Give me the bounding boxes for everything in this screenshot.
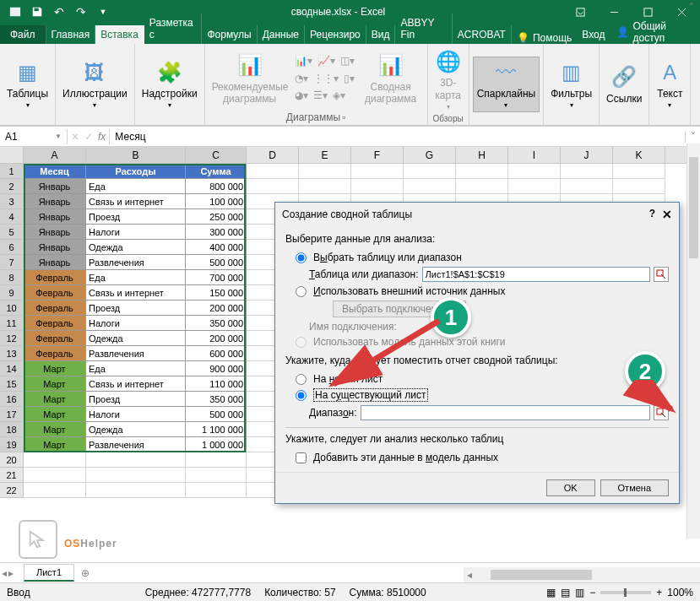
- cell[interactable]: [404, 164, 456, 179]
- cell[interactable]: Март: [24, 361, 86, 376]
- cell[interactable]: Развлечения: [86, 255, 186, 270]
- col-header-A[interactable]: A: [24, 147, 86, 163]
- cell[interactable]: Январь: [24, 255, 86, 270]
- cell[interactable]: Связь и интернет: [86, 194, 186, 209]
- col-header-G[interactable]: G: [404, 147, 456, 163]
- cell[interactable]: 250 000: [186, 209, 247, 225]
- cell[interactable]: Январь: [24, 179, 86, 194]
- row-header[interactable]: 11: [0, 316, 24, 331]
- zoom-out-icon[interactable]: −: [589, 587, 595, 598]
- cell[interactable]: Февраль: [24, 316, 86, 331]
- signin[interactable]: Вход: [577, 25, 610, 44]
- scatter-icon[interactable]: ⋮⋮▾: [312, 71, 340, 86]
- cell[interactable]: [24, 452, 86, 468]
- cell[interactable]: Февраль: [24, 300, 86, 316]
- cell[interactable]: Развлечения: [86, 437, 186, 452]
- cell[interactable]: [613, 164, 665, 179]
- cell[interactable]: [86, 452, 186, 468]
- row-header[interactable]: 16: [0, 392, 24, 407]
- cell[interactable]: Март: [24, 376, 86, 392]
- cell[interactable]: Март: [24, 407, 86, 422]
- cell[interactable]: 800 000: [186, 179, 247, 194]
- addins-button[interactable]: 🧩Надстройки▾: [138, 57, 201, 111]
- cell[interactable]: Проезд: [86, 392, 186, 407]
- row-header[interactable]: 8: [0, 270, 24, 285]
- cell[interactable]: [508, 179, 561, 194]
- row-header[interactable]: 1: [0, 164, 24, 179]
- help-icon[interactable]: ?: [649, 208, 655, 221]
- range-picker-icon[interactable]: [654, 405, 669, 420]
- add-sheet-icon[interactable]: ⊕: [74, 567, 96, 579]
- cell[interactable]: [247, 164, 299, 179]
- tab-insert[interactable]: Вставка: [95, 25, 144, 44]
- location-input[interactable]: [361, 405, 650, 420]
- cell[interactable]: 700 000: [186, 270, 247, 285]
- cell[interactable]: Еда: [86, 270, 186, 285]
- horizontal-scrollbar[interactable]: ◂: [464, 567, 700, 582]
- cell[interactable]: Январь: [24, 240, 86, 255]
- cell[interactable]: 600 000: [186, 346, 247, 361]
- tab-abbyy[interactable]: ABBYY Fin: [395, 14, 452, 44]
- tab-formulas[interactable]: Формулы: [202, 25, 257, 44]
- enter-formula-icon[interactable]: ✓: [84, 131, 93, 143]
- cell[interactable]: 400 000: [186, 240, 247, 255]
- cell[interactable]: 300 000: [186, 225, 247, 240]
- cancel-formula-icon[interactable]: ✕: [71, 131, 79, 143]
- cell[interactable]: Январь: [24, 209, 86, 225]
- cell[interactable]: Январь: [24, 225, 86, 240]
- prev-sheet-icon[interactable]: ◂: [2, 567, 7, 579]
- cell[interactable]: [351, 164, 404, 179]
- cell[interactable]: 900 000: [186, 361, 247, 376]
- row-header[interactable]: 21: [0, 468, 24, 483]
- dialog-launcher-icon[interactable]: ▫: [342, 111, 345, 123]
- cell[interactable]: [404, 179, 456, 194]
- scroll-thumb[interactable]: [689, 157, 698, 258]
- 3d-map-button[interactable]: 🌐3D-карта▾: [431, 46, 465, 112]
- cell[interactable]: [456, 179, 508, 194]
- cell[interactable]: [351, 179, 404, 194]
- cell[interactable]: Месяц: [24, 164, 86, 179]
- row-header[interactable]: 7: [0, 255, 24, 270]
- cell[interactable]: 110 000: [186, 376, 247, 392]
- checkbox-add-model[interactable]: Добавить эти данные в модель данных: [285, 450, 669, 465]
- cell[interactable]: [561, 164, 613, 179]
- cell[interactable]: Еда: [86, 361, 186, 376]
- waterfall-icon[interactable]: ▯▾: [342, 71, 356, 86]
- cell[interactable]: [247, 179, 299, 194]
- cell[interactable]: Январь: [24, 194, 86, 209]
- dialog-titlebar[interactable]: Создание сводной таблицы ? ✕: [275, 203, 679, 226]
- row-header[interactable]: 18: [0, 422, 24, 437]
- cell[interactable]: 350 000: [186, 392, 247, 407]
- row-header[interactable]: 14: [0, 361, 24, 376]
- cell[interactable]: Налоги: [86, 316, 186, 331]
- cell[interactable]: Налоги: [86, 407, 186, 422]
- tab-review[interactable]: Рецензиро: [305, 25, 366, 44]
- illustrations-button[interactable]: 🖼Иллюстрации▾: [59, 57, 131, 111]
- cell[interactable]: 1 100 000: [186, 422, 247, 437]
- cell[interactable]: [299, 179, 351, 194]
- view-pagebreak-icon[interactable]: ▥: [575, 587, 584, 598]
- cell[interactable]: Февраль: [24, 331, 86, 346]
- tell-me[interactable]: 💡Помощь: [512, 32, 577, 44]
- row-header[interactable]: 10: [0, 300, 24, 316]
- cell[interactable]: [186, 483, 247, 498]
- collapse-ribbon-icon[interactable]: ˄: [685, 2, 698, 15]
- zoom-level[interactable]: 100%: [667, 587, 693, 598]
- range-input[interactable]: [422, 267, 650, 282]
- col-header-F[interactable]: F: [351, 147, 404, 163]
- hierarchy-icon[interactable]: ◔▾: [293, 71, 310, 86]
- col-header-J[interactable]: J: [561, 147, 613, 163]
- row-header[interactable]: 13: [0, 346, 24, 361]
- row-header[interactable]: 19: [0, 437, 24, 452]
- col-header-C[interactable]: C: [186, 147, 247, 163]
- ribbon-options-icon[interactable]: [563, 0, 597, 24]
- row-header[interactable]: 12: [0, 331, 24, 346]
- cell[interactable]: 200 000: [186, 300, 247, 316]
- cell[interactable]: 150 000: [186, 285, 247, 300]
- cell[interactable]: 100 000: [186, 194, 247, 209]
- row-header[interactable]: 6: [0, 240, 24, 255]
- name-box[interactable]: A1▼: [0, 129, 68, 144]
- pivot-chart-button[interactable]: 📊Сводная диаграмма: [358, 51, 424, 107]
- row-header[interactable]: 9: [0, 285, 24, 300]
- col-header-B[interactable]: B: [86, 147, 186, 163]
